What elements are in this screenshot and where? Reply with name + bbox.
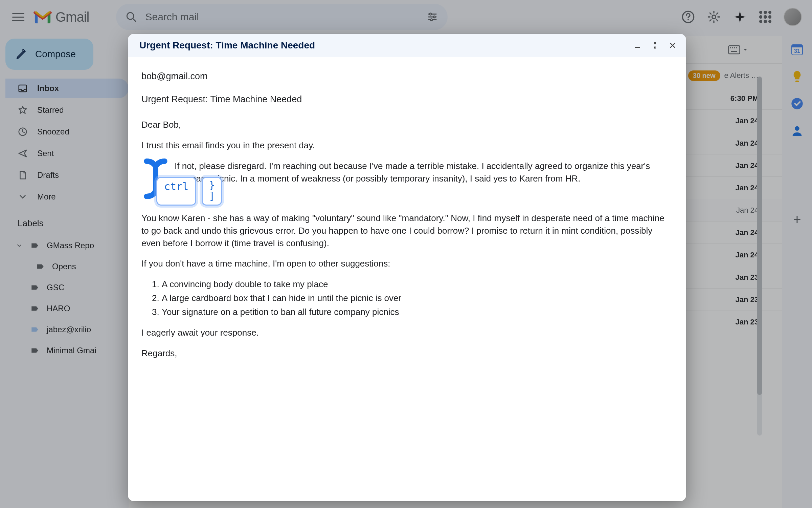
keycap-ctrl: ctrl (156, 177, 196, 206)
svg-rect-20 (792, 45, 803, 47)
label-icon (30, 325, 39, 334)
nav-sent[interactable]: Sent (5, 144, 129, 163)
help-icon[interactable] (681, 10, 695, 24)
nav-more[interactable]: More (5, 187, 129, 207)
minimize-button[interactable] (631, 39, 644, 52)
svg-rect-13 (729, 46, 740, 54)
gmail-m-icon (33, 10, 52, 24)
search-bar[interactable] (116, 4, 448, 30)
topbar-right (681, 8, 802, 26)
calendar-icon[interactable]: 31 (790, 43, 804, 56)
settings-gear-icon[interactable] (707, 10, 721, 24)
svg-rect-16 (734, 47, 735, 48)
compose-header[interactable]: Urgent Request: Time Machine Needed (128, 34, 686, 57)
nav-snoozed[interactable]: Snoozed (5, 122, 129, 142)
svg-point-10 (712, 15, 716, 19)
pencil-icon (16, 48, 27, 60)
compose-label: Compose (35, 49, 76, 60)
svg-rect-17 (736, 47, 737, 48)
svg-point-7 (431, 19, 433, 21)
scrollbar-thumb[interactable] (757, 77, 762, 395)
search-options-icon[interactable] (427, 11, 438, 23)
svg-rect-14 (730, 47, 731, 48)
alerts-partial-text: e Alerts … (724, 71, 759, 80)
svg-text:31: 31 (794, 48, 800, 54)
label-icon (30, 346, 39, 355)
inbox-icon (18, 83, 28, 93)
account-avatar[interactable] (784, 8, 802, 26)
exit-fullscreen-icon (651, 42, 659, 49)
chevron-down-icon (18, 192, 28, 202)
email-paragraph: Dear Bob, (141, 119, 673, 131)
contacts-icon[interactable] (790, 124, 804, 137)
subject-field[interactable]: Urgent Request: Time Machine Needed (141, 88, 673, 111)
label-opens[interactable]: Opens (5, 257, 129, 276)
to-field[interactable]: bob@gmail.com (141, 65, 673, 88)
chevron-down-icon (16, 242, 23, 249)
label-gsc[interactable]: GSC (5, 278, 129, 297)
svg-line-1 (133, 18, 136, 21)
new-count-badge: 30 new (688, 70, 720, 81)
draft-icon (18, 170, 28, 180)
nav-inbox[interactable]: Inbox (5, 79, 129, 98)
svg-point-23 (791, 98, 803, 109)
compose-window-title: Urgent Request: Time Machine Needed (139, 40, 627, 51)
gmail-logo-text: Gmail (55, 9, 89, 25)
label-haro[interactable]: HARO (5, 299, 129, 318)
keyboard-shortcut-overlay: ctrl } ] (156, 177, 222, 206)
compose-window: Urgent Request: Time Machine Needed bob@… (128, 34, 686, 501)
email-body-editor[interactable]: Dear Bob, I trust this email finds you i… (141, 111, 673, 368)
label-icon (30, 283, 39, 292)
left-sidebar: Compose Inbox Starred Snoozed Sent Draft… (0, 34, 129, 508)
label-icon (30, 304, 39, 313)
email-paragraph: If you don't have a time machine, I'm op… (141, 257, 673, 270)
minimize-icon (634, 42, 641, 49)
keycap-bracket: } ] (202, 177, 222, 206)
label-jabez[interactable]: jabez@xrilio (5, 320, 129, 339)
svg-rect-22 (795, 81, 799, 82)
label-gmass-repo[interactable]: GMass Repo (5, 236, 129, 255)
nav-starred[interactable]: Starred (5, 100, 129, 120)
input-method-indicator[interactable] (728, 45, 748, 55)
svg-point-24 (795, 126, 799, 131)
gemini-sparkle-icon[interactable] (733, 10, 747, 24)
top-bar: Gmail (0, 0, 812, 34)
compose-button[interactable]: Compose (5, 39, 93, 70)
email-paragraph: Regards, (141, 347, 673, 360)
tasks-icon[interactable] (790, 97, 804, 110)
suggestions-list: A convincing body double to take my plac… (141, 278, 673, 318)
main-menu-icon[interactable] (10, 9, 26, 25)
label-minimal[interactable]: Minimal Gmai (5, 341, 129, 360)
nav-drafts[interactable]: Drafts (5, 165, 129, 185)
svg-rect-18 (731, 51, 737, 52)
gmail-logo[interactable]: Gmail (33, 9, 89, 25)
email-paragraph: You know Karen - she has a way of making… (141, 212, 673, 250)
search-icon (126, 11, 137, 23)
keyboard-icon (728, 45, 740, 55)
right-side-panel: 31 + (782, 34, 812, 508)
send-icon (18, 148, 28, 158)
email-paragraph: I eagerly await your response. (141, 326, 673, 339)
google-apps-icon[interactable] (759, 11, 771, 23)
list-item: A large cardboard box that I can hide in… (162, 292, 673, 304)
list-item: Your signature on a petition to ban all … (162, 306, 673, 318)
popout-button[interactable] (648, 39, 662, 52)
label-icon (30, 241, 39, 250)
close-icon (669, 42, 676, 49)
compose-body[interactable]: bob@gmail.com Urgent Request: Time Machi… (128, 57, 686, 501)
svg-point-5 (430, 13, 432, 15)
add-panel-icon[interactable]: + (793, 212, 801, 227)
svg-point-9 (687, 19, 689, 20)
search-input[interactable] (145, 11, 419, 23)
close-button[interactable] (666, 39, 679, 52)
svg-point-6 (433, 16, 435, 18)
dropdown-caret-icon (742, 47, 748, 53)
keep-icon[interactable] (790, 70, 804, 83)
labels-header: Labels (5, 209, 129, 234)
clock-icon (18, 127, 28, 137)
email-paragraph: I trust this email finds you in the pres… (141, 139, 673, 152)
list-item: A convincing body double to take my plac… (162, 278, 673, 291)
star-icon (18, 105, 28, 115)
scrollbar[interactable] (757, 77, 762, 436)
svg-rect-15 (732, 47, 733, 48)
